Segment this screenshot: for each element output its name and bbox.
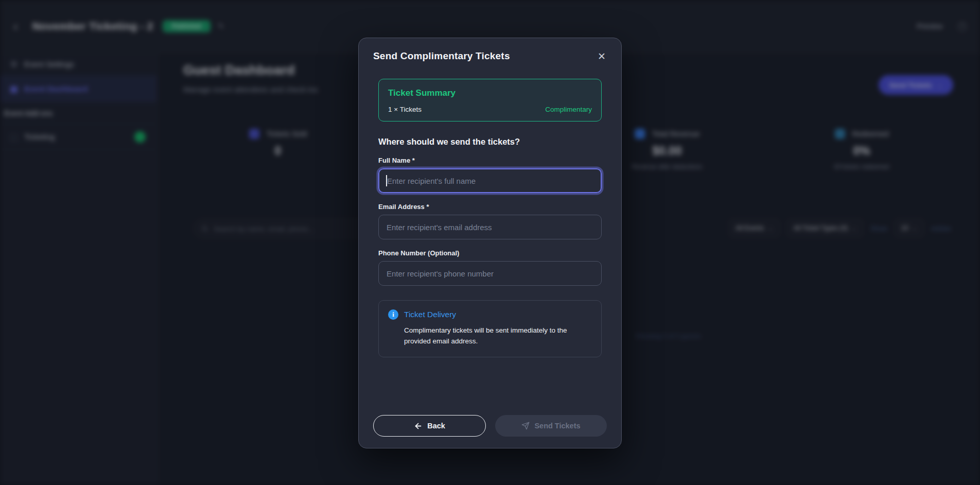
ticket-summary-card: Ticket Summary 1 × Tickets Complimentary bbox=[378, 79, 602, 122]
phone-input[interactable] bbox=[378, 261, 602, 286]
ticket-delivery-title: Ticket Delivery bbox=[404, 310, 456, 319]
email-input[interactable] bbox=[378, 215, 602, 239]
recipient-question: Where should we send the tickets? bbox=[378, 137, 602, 147]
full-name-input[interactable] bbox=[378, 168, 602, 193]
back-button[interactable]: Back bbox=[373, 415, 486, 437]
info-icon: i bbox=[388, 309, 398, 320]
send-icon bbox=[521, 422, 530, 430]
phone-field-group: Phone Number (Optional) bbox=[378, 249, 602, 286]
send-complimentary-tickets-modal: Send Complimentary Tickets ✕ Ticket Summ… bbox=[358, 38, 622, 448]
arrow-left-icon bbox=[414, 422, 423, 430]
ticket-delivery-body: Complimentary tickets will be sent immed… bbox=[404, 325, 574, 347]
ticket-delivery-info-card: i Ticket Delivery Complimentary tickets … bbox=[378, 300, 602, 357]
close-icon[interactable]: ✕ bbox=[597, 50, 607, 62]
ticket-summary-title: Ticket Summary bbox=[388, 88, 592, 98]
full-name-field-group: Full Name * bbox=[378, 157, 602, 193]
send-tickets-submit-button[interactable]: Send Tickets bbox=[495, 415, 607, 437]
full-name-label: Full Name * bbox=[378, 157, 602, 164]
email-field-group: Email Address * bbox=[378, 203, 602, 239]
email-label: Email Address * bbox=[378, 203, 602, 211]
text-caret bbox=[386, 175, 387, 186]
ticket-quantity: 1 × Tickets bbox=[388, 106, 422, 113]
complimentary-badge: Complimentary bbox=[545, 106, 592, 113]
modal-title: Send Complimentary Tickets bbox=[373, 50, 510, 62]
phone-label: Phone Number (Optional) bbox=[378, 249, 602, 257]
